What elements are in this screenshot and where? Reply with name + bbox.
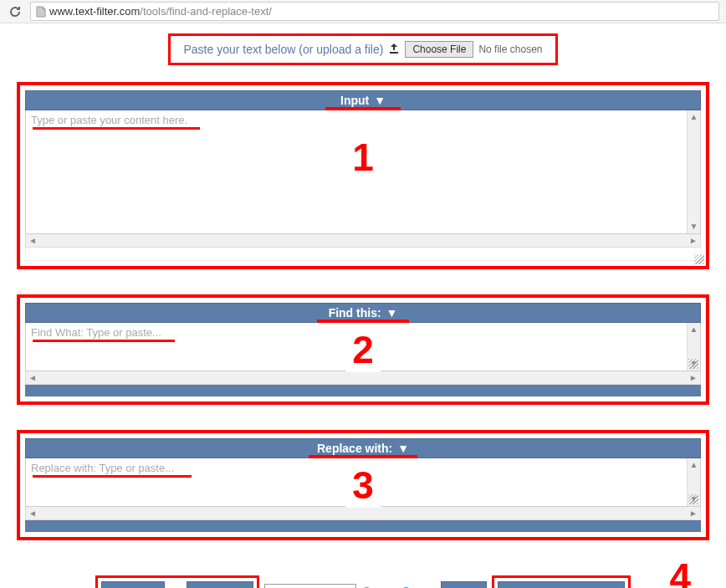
chevron-down-icon: ▼ [374, 94, 386, 107]
find-header[interactable]: Find this: ▼ [25, 303, 701, 323]
section-footer [25, 385, 701, 396]
horizontal-scrollbar[interactable]: ◄ ► [25, 371, 701, 385]
input-section: Input ▼ ▲ ▼ ◄ ► 1 [17, 82, 709, 269]
scroll-left-icon: ◄ [26, 509, 39, 518]
upload-prompt: Paste your text below (or upload a file) [184, 43, 384, 56]
select-download-group: Select All Or Download [95, 575, 259, 588]
input-title: Input [340, 94, 369, 107]
replace-title: Replace with: [317, 442, 392, 455]
resize-handle-icon[interactable] [694, 254, 704, 264]
resize-handle-icon[interactable] [688, 494, 698, 504]
horizontal-scrollbar[interactable]: ◄ ► [25, 507, 701, 520]
upload-icon [388, 43, 400, 57]
section-footer [25, 520, 701, 532]
scroll-right-icon: ► [687, 236, 700, 245]
vertical-scrollbar[interactable]: ▲ ▼ [687, 110, 700, 233]
page-icon [36, 6, 46, 18]
no-file-label: No file chosen [478, 43, 542, 55]
action-group: Find and Replace Text [492, 575, 630, 588]
scroll-left-icon: ◄ [26, 236, 39, 245]
input-header[interactable]: Input ▼ [25, 90, 701, 110]
scroll-down-icon: ▼ [688, 220, 700, 233]
url-host: www.text-filter.com [49, 5, 140, 18]
annotation-number-1: 1 [345, 135, 381, 180]
find-replace-button[interactable]: Find and Replace Text [498, 581, 624, 588]
replace-header[interactable]: Replace with: ▼ [25, 438, 701, 458]
annotation-underline [33, 475, 192, 478]
upload-section: Paste your text below (or upload a file)… [168, 33, 559, 65]
address-bar[interactable]: www.text-filter.com/tools/find-and-repla… [30, 2, 719, 21]
bottom-controls: Select All Or Download Unix. Dos. Reset … [17, 565, 709, 588]
scroll-up-icon: ▲ [688, 458, 700, 472]
replace-section: Replace with: ▼ ▲ ▼ ◄ ► 3 [17, 430, 709, 540]
download-button[interactable]: Download [187, 581, 253, 588]
annotation-underline [33, 340, 175, 342]
browser-toolbar: www.text-filter.com/tools/find-and-repla… [0, 0, 726, 23]
filename-input[interactable] [264, 584, 356, 589]
select-all-button[interactable]: Select All [101, 581, 164, 588]
scroll-right-icon: ► [687, 373, 700, 382]
scroll-up-icon: ▲ [688, 323, 700, 336]
reset-button[interactable]: Reset [441, 581, 488, 588]
chevron-down-icon: ▼ [386, 306, 398, 320]
reload-icon[interactable] [7, 3, 23, 20]
annotation-number-3: 3 [345, 463, 381, 508]
find-section: Find this: ▼ ▲ ▼ ◄ ► 2 [17, 294, 709, 405]
choose-file-button[interactable]: Choose File [405, 41, 473, 58]
chevron-down-icon: ▼ [397, 442, 409, 455]
scroll-left-icon: ◄ [26, 373, 39, 382]
scroll-up-icon: ▲ [688, 110, 700, 124]
spacer [25, 248, 701, 261]
find-title: Find this: [329, 306, 381, 320]
resize-handle-icon[interactable] [688, 359, 698, 369]
horizontal-scrollbar[interactable]: ◄ ► [25, 234, 701, 248]
annotation-underline [33, 127, 200, 130]
annotation-number-4: 4 [669, 555, 691, 588]
url-path: /tools/find-and-replace-text/ [140, 5, 272, 18]
annotation-number-2: 2 [345, 327, 381, 372]
scroll-right-icon: ► [687, 509, 700, 518]
